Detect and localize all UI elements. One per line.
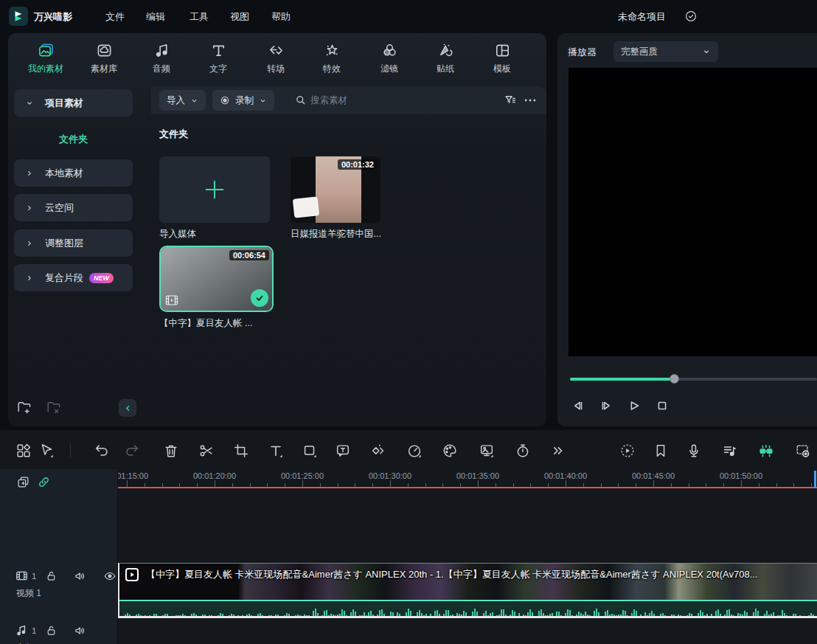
tab-label: 转场 [267,63,285,75]
next-frame-button[interactable] [598,398,614,414]
record-button[interactable]: 录制 [212,90,274,111]
menu-edit[interactable]: 编辑 [146,10,165,24]
sidebar-item-cloud-space[interactable]: 云空间 [14,194,133,221]
text-icon [210,42,227,59]
split-scissors-icon[interactable] [198,443,215,459]
render-indicator-line [118,487,817,488]
delete-icon[interactable] [163,443,179,459]
delete-folder-icon[interactable] [46,399,62,415]
tab-stickers[interactable]: 贴纸 [421,42,470,75]
tab-text[interactable]: 文字 [194,42,243,75]
play-button[interactable] [626,398,642,414]
import-button-label: 导入 [167,94,185,107]
ruler-timecode: 00:01:20:00 [193,471,236,480]
speech-to-text-icon[interactable] [335,443,351,459]
crop-icon[interactable] [233,443,249,459]
tab-label: 贴纸 [437,63,454,75]
video-track-icon [15,569,29,583]
preview-crop-icon[interactable] [795,443,811,459]
video-track-header: 1 视频 1 [0,569,118,600]
select-tool-icon[interactable] [38,443,55,459]
more-tools-icon[interactable] [549,443,566,459]
add-folder-icon[interactable] [16,399,32,415]
render-preview-icon[interactable] [619,443,636,459]
tab-effects[interactable]: 特效 [307,42,356,75]
hide-track-eye-icon[interactable] [103,569,117,583]
ruler-timecode: 00:01:25:00 [281,471,324,480]
project-title: 未命名项目 [618,10,666,24]
filter-icon[interactable] [504,94,517,107]
keyframe-icon[interactable] [370,443,386,459]
quality-dropdown[interactable]: 完整画质 [613,41,718,62]
media-management-icon[interactable] [15,443,32,459]
menu-help[interactable]: 帮助 [271,10,291,24]
import-button[interactable]: 导入 [159,90,206,111]
sidebar-item-folder-selected[interactable]: 文件夹 [8,133,139,146]
color-palette-icon[interactable] [442,443,458,459]
search-icon [294,94,307,106]
filmora-app-window: 万兴喵影 文件 编辑 工具 视图 帮助 未命名项目 我的素材 素材库 [0,0,817,644]
media-item-video-2-selected[interactable]: 00:06:54 [159,246,274,312]
tab-label: 素材库 [91,63,117,75]
save-status-check-icon [684,10,698,23]
tab-label: 音频 [153,63,170,75]
playback-slider[interactable] [570,374,817,384]
app-logo[interactable] [9,7,28,26]
menu-file[interactable]: 文件 [105,10,125,24]
stop-button[interactable] [654,398,670,414]
tab-transition[interactable]: 转场 [251,42,300,75]
playhead-marker[interactable] [814,471,816,488]
tab-label: 模板 [493,63,511,75]
thumbnail-sticker [293,196,320,218]
undo-icon[interactable] [94,443,110,459]
mask-tool-icon[interactable] [302,443,318,459]
text-tool-icon[interactable] [268,443,284,459]
play-triangle-icon [128,571,136,578]
lock-track-icon[interactable] [45,624,58,637]
previous-frame-button[interactable] [570,398,586,414]
sidebar-item-local-media[interactable]: 本地素材 [14,159,133,187]
sidebar-item-adjust-layer[interactable]: 调整图层 [14,229,133,257]
redo-icon[interactable] [124,443,140,459]
effects-icon [324,42,341,59]
tab-audio[interactable]: 音频 [137,42,186,75]
ruler-timecode: 00:01:40:00 [544,471,587,480]
sidebar-item-compound-clip[interactable]: 复合片段 NEW [14,264,133,291]
tab-filters[interactable]: 滤镜 [365,42,414,75]
search-input[interactable] [310,90,487,111]
insert-mode-icon[interactable] [16,475,30,489]
marker-icon[interactable] [653,443,669,459]
menu-view[interactable]: 视图 [230,10,249,24]
sidebar-item-label: 项目素材 [45,97,83,110]
video-preview[interactable] [569,68,817,356]
mute-track-icon[interactable] [74,569,87,583]
green-screen-icon[interactable] [758,443,774,459]
sidebar-item-project-media[interactable]: 项目素材 [14,89,133,117]
media-toolbar: 导入 录制 [151,86,546,114]
tab-stock-library[interactable]: 素材库 [80,42,128,75]
timeline-video-clip[interactable]: 【中字】夏目友人帐 卡米亚现场配音&Aimer茜さす ANIPLEX 20th … [118,563,817,618]
tab-templates[interactable]: 模板 [478,42,526,75]
ruler-timecode: 00:01:45:00 [632,471,675,480]
audio-mixer-icon[interactable] [721,443,737,459]
top-menu-bar: 万兴喵影 文件 编辑 工具 视图 帮助 未命名项目 [0,0,817,32]
mute-track-icon[interactable] [74,624,87,637]
tab-my-media[interactable]: 我的素材 [21,42,70,75]
collapse-sidebar-button[interactable] [119,399,136,417]
lock-track-icon[interactable] [45,569,58,582]
quality-value: 完整画质 [621,46,658,58]
screen-record-icon[interactable] [479,443,495,459]
speed-icon[interactable] [406,443,423,459]
slider-handle[interactable] [670,374,679,384]
track-header-column [0,469,118,644]
import-media-card[interactable] [159,156,270,223]
timer-icon[interactable] [515,443,531,459]
voiceover-mic-icon[interactable] [686,443,702,459]
filters-icon [381,42,398,59]
media-item-video-1[interactable]: 00:01:32 [291,156,380,223]
timeline-ruler[interactable]: 00:01:15:00 00:01:20:00 00:01:25:00 00:0… [118,471,817,488]
menu-tools[interactable]: 工具 [190,10,209,24]
auto-ripple-link-icon[interactable] [37,475,51,489]
more-options-icon[interactable] [523,96,538,105]
sidebar-item-label: 调整图层 [45,237,83,250]
